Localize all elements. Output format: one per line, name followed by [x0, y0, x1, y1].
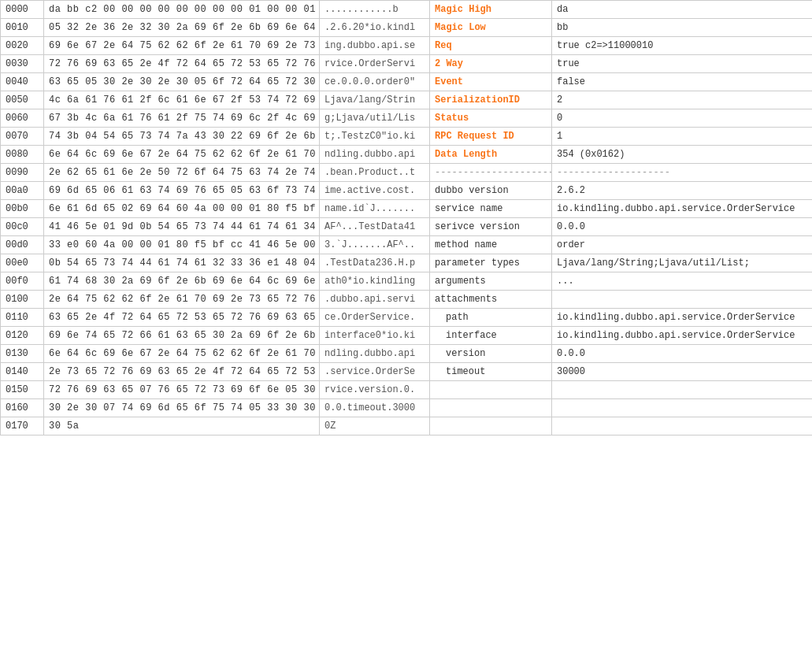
offset-cell: 0070 — [1, 128, 44, 146]
value-cell — [552, 291, 813, 309]
field-cell: service name — [430, 200, 552, 218]
field-cell: Event — [430, 73, 552, 91]
field-cell: RPC Request ID — [430, 128, 552, 146]
table-row: 00f061 74 68 30 2a 69 6f 2e 6b 69 6e 64 … — [1, 272, 813, 291]
value-cell: true — [552, 55, 813, 73]
ascii-cell: .dubbo.api.servi — [320, 291, 430, 309]
field-cell: serivce version — [430, 218, 552, 236]
table-row: 00e00b 54 65 73 74 44 61 74 61 32 33 36 … — [1, 254, 813, 272]
ascii-cell: interface0*io.ki — [320, 327, 430, 345]
value-cell: order — [552, 236, 813, 254]
value-cell: 1 — [552, 128, 813, 146]
field-cell — [430, 381, 552, 399]
ascii-cell: .bean.Product..t — [320, 164, 430, 182]
offset-cell: 0010 — [1, 19, 44, 37]
hex-cell: 30 5a — [44, 417, 320, 435]
offset-cell: 0090 — [1, 164, 44, 182]
table-row: 007074 3b 04 54 65 73 74 7a 43 30 22 69 … — [1, 128, 813, 146]
offset-cell: 0030 — [1, 55, 44, 73]
table-row: 00a069 6d 65 06 61 63 74 69 76 65 05 63 … — [1, 182, 813, 200]
ascii-cell: ath0*io.kindling — [320, 272, 430, 291]
ascii-cell: name.id`J....... — [320, 200, 430, 218]
field-cell: attachments — [430, 291, 552, 309]
field-cell: ------------------------ — [430, 164, 552, 182]
table-row: 01306e 64 6c 69 6e 67 2e 64 75 62 62 6f … — [1, 345, 813, 363]
value-cell: 2.6.2 — [552, 182, 813, 200]
table-row: 011063 65 2e 4f 72 64 65 72 53 65 72 76 … — [1, 309, 813, 327]
ascii-cell: rvice.OrderServi — [320, 55, 430, 73]
value-cell: 0.0.0 — [552, 218, 813, 236]
offset-cell: 00e0 — [1, 254, 44, 272]
offset-cell: 0130 — [1, 345, 44, 363]
field-cell: path — [430, 309, 552, 327]
ascii-cell: ce.0.0.0.order0" — [320, 73, 430, 91]
field-cell: dubbo version — [430, 182, 552, 200]
table-row: 017030 5a0Z — [1, 417, 813, 435]
offset-cell: 00b0 — [1, 200, 44, 218]
value-cell: true c2=>11000010 — [552, 37, 813, 55]
hex-cell: da bb c2 00 00 00 00 00 00 00 00 01 00 0… — [44, 1, 320, 19]
field-cell: method name — [430, 236, 552, 254]
table-row: 00d033 e0 60 4a 00 00 01 80 f5 bf cc 41 … — [1, 236, 813, 254]
hex-cell: 30 2e 30 07 74 69 6d 65 6f 75 74 05 33 3… — [44, 399, 320, 417]
value-cell — [552, 417, 813, 435]
table-row: 016030 2e 30 07 74 69 6d 65 6f 75 74 05 … — [1, 399, 813, 417]
field-cell — [430, 417, 552, 435]
offset-cell: 0000 — [1, 1, 44, 19]
offset-cell: 0160 — [1, 399, 44, 417]
table-row: 004063 65 05 30 2e 30 2e 30 05 6f 72 64 … — [1, 73, 813, 91]
field-cell: version — [430, 345, 552, 363]
value-cell: 30000 — [552, 363, 813, 381]
value-cell — [552, 381, 813, 399]
table-row: 00902e 62 65 61 6e 2e 50 72 6f 64 75 63 … — [1, 164, 813, 182]
offset-cell: 0110 — [1, 309, 44, 327]
offset-cell: 0170 — [1, 417, 44, 435]
value-cell: da — [552, 1, 813, 19]
field-cell: SerializationID — [430, 91, 552, 109]
hex-cell: 63 65 2e 4f 72 64 65 72 53 65 72 76 69 6… — [44, 309, 320, 327]
table-row: 015072 76 69 63 65 07 76 65 72 73 69 6f … — [1, 381, 813, 399]
field-cell: arguments — [430, 272, 552, 291]
offset-cell: 0060 — [1, 109, 44, 128]
ascii-cell: ing.dubbo.api.se — [320, 37, 430, 55]
table-row: 001005 32 2e 36 2e 32 30 2a 69 6f 2e 6b … — [1, 19, 813, 37]
value-cell: Ljava/lang/String;Ljava/util/List; — [552, 254, 813, 272]
offset-cell: 0040 — [1, 73, 44, 91]
hex-cell: 0b 54 65 73 74 44 61 74 61 32 33 36 e1 4… — [44, 254, 320, 272]
hex-dump-table: 0000da bb c2 00 00 00 00 00 00 00 00 01 … — [0, 0, 812, 435]
field-cell: interface — [430, 327, 552, 345]
ascii-cell: .2.6.20*io.kindl — [320, 19, 430, 37]
ascii-cell: rvice.version.0. — [320, 381, 430, 399]
offset-cell: 0020 — [1, 37, 44, 55]
offset-cell: 0100 — [1, 291, 44, 309]
ascii-cell: 0Z — [320, 417, 430, 435]
field-cell: Status — [430, 109, 552, 128]
hex-cell: 2e 62 65 61 6e 2e 50 72 6f 64 75 63 74 2… — [44, 164, 320, 182]
table-row: 00806e 64 6c 69 6e 67 2e 64 75 62 62 6f … — [1, 146, 813, 164]
value-cell: -------------------- — [552, 164, 813, 182]
value-cell: 0 — [552, 109, 813, 128]
hex-cell: 69 6d 65 06 61 63 74 69 76 65 05 63 6f 7… — [44, 182, 320, 200]
offset-cell: 00c0 — [1, 218, 44, 236]
offset-cell: 0140 — [1, 363, 44, 381]
table-row: 00c041 46 5e 01 9d 0b 54 65 73 74 44 61 … — [1, 218, 813, 236]
ascii-cell: Ljava/lang/Strin — [320, 91, 430, 109]
hex-cell: 74 3b 04 54 65 73 74 7a 43 30 22 69 6f 2… — [44, 128, 320, 146]
value-cell: io.kindling.dubbo.api.service.OrderServi… — [552, 200, 813, 218]
value-cell: ... — [552, 272, 813, 291]
table-row: 003072 76 69 63 65 2e 4f 72 64 65 72 53 … — [1, 55, 813, 73]
offset-cell: 00d0 — [1, 236, 44, 254]
ascii-cell: ndling.dubbo.api — [320, 146, 430, 164]
ascii-cell: .TestData236.H.p — [320, 254, 430, 272]
field-cell: parameter types — [430, 254, 552, 272]
field-cell — [430, 399, 552, 417]
hex-cell: 6e 64 6c 69 6e 67 2e 64 75 62 62 6f 2e 6… — [44, 345, 320, 363]
ascii-cell: g;Ljava/util/Lis — [320, 109, 430, 128]
offset-cell: 00a0 — [1, 182, 44, 200]
table-row: 01002e 64 75 62 62 6f 2e 61 70 69 2e 73 … — [1, 291, 813, 309]
value-cell — [552, 399, 813, 417]
field-cell: Data Length — [430, 146, 552, 164]
ascii-cell: .service.OrderSe — [320, 363, 430, 381]
value-cell: 354 (0x0162) — [552, 146, 813, 164]
hex-cell: 2e 73 65 72 76 69 63 65 2e 4f 72 64 65 7… — [44, 363, 320, 381]
